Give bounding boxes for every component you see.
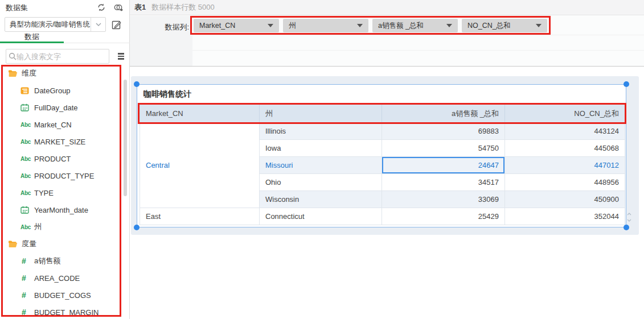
bi-app-window: 数据集 典型功能演示/咖啡销售统 数据	[0, 0, 644, 319]
refresh-icon[interactable]	[96, 2, 106, 13]
main-area: 表1 数据样本行数 5000 数据列: Market_CN 州 a销售额 _总和…	[130, 0, 644, 319]
column-dropdown-sales-sum[interactable]: a销售额 _总和	[372, 19, 458, 32]
column-dropdown-no-cn-sum[interactable]: NO_CN_总和	[462, 19, 547, 32]
header-cell-no-cn-sum[interactable]: NO_CN_总和	[505, 105, 625, 123]
calendar-icon	[20, 103, 32, 112]
group-field-icon	[20, 86, 32, 95]
cell-records[interactable]: 352044	[505, 208, 625, 225]
cell-market-east[interactable]: East	[140, 208, 260, 225]
tree-item-a-sales[interactable]: # a销售额	[0, 252, 122, 270]
cell-records[interactable]: 450900	[505, 191, 625, 208]
dropdown-arrow-icon	[357, 24, 363, 27]
text-field-icon: Abc	[20, 188, 32, 197]
tree-item-budget-margin[interactable]: # BUDGET_MARGIN	[0, 304, 122, 319]
header-cell-state[interactable]: 州	[260, 105, 382, 123]
calendar-icon	[20, 205, 32, 214]
tree-item-label: YearMonth_date	[34, 206, 88, 214]
cell-market-central[interactable]: Central	[140, 123, 260, 208]
cell-state[interactable]: Illinois	[260, 123, 382, 140]
tree-item-label: 州	[34, 222, 42, 232]
cell-records[interactable]: 445068	[505, 140, 625, 157]
header-cell-sales-sum[interactable]: a销售额 _总和	[382, 105, 505, 123]
dropdown-arrow-icon	[268, 24, 273, 27]
search-icon	[9, 51, 17, 61]
cell-sales[interactable]: 25429	[382, 208, 505, 225]
table-scroll-icon[interactable]	[626, 210, 633, 224]
sidebar-toolbar	[96, 2, 124, 13]
tree-item-area-code[interactable]: # AREA_CODE	[0, 270, 122, 287]
folder-open-icon	[8, 69, 19, 78]
tree-item-budget-cogs[interactable]: # BUDGET_COGS	[0, 287, 122, 304]
resize-handle-bottom-left[interactable]	[134, 225, 140, 230]
tree-item-label: PRODUCT_TYPE	[34, 172, 94, 180]
selected-cell-sales[interactable]: 24647	[382, 157, 505, 174]
cell-sales[interactable]: 34517	[382, 174, 505, 191]
field-search-box	[6, 49, 109, 64]
table-row: Central Illinois 69883 443124	[140, 123, 625, 140]
dataset-select-value: 典型功能演示/咖啡销售统	[5, 20, 91, 30]
tree-item-state[interactable]: Abc 州	[0, 218, 122, 235]
text-field-icon: Abc	[20, 222, 32, 231]
column-dropdown-market-cn[interactable]: Market_CN	[194, 19, 279, 32]
cell-state[interactable]: Ohio	[260, 174, 382, 191]
tree-folder-measures[interactable]: 度量	[0, 235, 122, 252]
dataset-sidebar: 数据集 典型功能演示/咖啡销售统 数据	[0, 0, 130, 319]
tree-item-label: PRODUCT	[34, 155, 71, 163]
tab-active-underline	[0, 42, 64, 43]
edit-dataset-icon[interactable]	[109, 18, 123, 31]
tree-item-dategroup[interactable]: DateGroup	[0, 82, 122, 99]
table-header-row: Market_CN 州 a销售额 _总和 NO_CN_总和	[140, 105, 625, 123]
tree-item-label: a销售额	[34, 256, 60, 266]
tree-item-fullday-date[interactable]: FullDay_date	[0, 99, 122, 116]
number-field-icon: #	[20, 274, 32, 283]
header-cell-market-cn[interactable]: Market_CN	[140, 105, 260, 123]
tree-item-product-type[interactable]: Abc PRODUCT_TYPE	[0, 167, 122, 184]
tree-folder-dimensions[interactable]: 维度	[0, 65, 122, 82]
tree-item-market-size[interactable]: Abc MARKET_SIZE	[0, 133, 122, 150]
number-field-icon: #	[20, 291, 32, 300]
resize-handle-bottom-right[interactable]	[624, 225, 629, 230]
field-tree: 维度 DateGroup FullDay_date Abc Market_CN …	[0, 65, 122, 319]
table-topbar: 表1 数据样本行数 5000	[130, 0, 644, 15]
table-row: East Connecticut 25429 352044	[140, 208, 625, 225]
switch-dataset-icon[interactable]	[113, 2, 124, 13]
cell-records[interactable]: 447012	[505, 157, 625, 174]
dataset-panel-title: 数据集	[6, 3, 28, 13]
tree-item-label: TYPE	[34, 189, 54, 197]
sample-row-count: 数据样本行数 5000	[151, 2, 215, 13]
tree-folder-label: 维度	[22, 68, 36, 78]
chevron-down-icon	[91, 18, 105, 31]
config-divider	[192, 35, 644, 35]
resize-handle-top-left[interactable]	[134, 81, 140, 87]
number-field-icon: #	[20, 308, 32, 317]
column-dropdown-state[interactable]: 州	[283, 19, 368, 32]
tree-item-market-cn[interactable]: Abc Market_CN	[0, 116, 122, 133]
cell-records[interactable]: 443124	[505, 123, 625, 140]
cell-state[interactable]: Wisconsin	[260, 191, 382, 208]
cell-records[interactable]: 448956	[505, 174, 625, 191]
cell-sales[interactable]: 69883	[382, 123, 505, 140]
cell-sales[interactable]: 54750	[382, 140, 505, 157]
tree-item-product[interactable]: Abc PRODUCT	[0, 150, 122, 167]
tree-item-label: BUDGET_MARGIN	[34, 308, 99, 317]
search-input[interactable]	[17, 52, 117, 61]
cell-state[interactable]: Iowa	[260, 140, 382, 157]
cell-state[interactable]: Connecticut	[260, 208, 382, 225]
tree-folder-label: 度量	[22, 239, 36, 249]
resize-handle-top-right[interactable]	[624, 81, 629, 87]
widget-title: 咖啡销售统计	[143, 89, 191, 100]
cell-state-missouri[interactable]: Missouri	[260, 157, 382, 174]
cell-sales[interactable]: 33069	[382, 191, 505, 208]
tree-item-label: MARKET_SIZE	[34, 138, 85, 146]
folder-open-icon	[8, 239, 19, 248]
tree-item-label: DateGroup	[34, 86, 71, 95]
tree-item-yearmonth-date[interactable]: YearMonth_date	[0, 201, 122, 218]
tree-item-label: FullDay_date	[34, 103, 78, 112]
dropdown-arrow-icon	[446, 24, 452, 27]
sidebar-scrollbar[interactable]	[124, 80, 127, 196]
tree-item-type[interactable]: Abc TYPE	[0, 184, 122, 201]
config-divider	[192, 50, 644, 51]
field-list-options-icon[interactable]	[116, 51, 126, 61]
coffee-sales-table: Market_CN 州 a销售额 _总和 NO_CN_总和 Central Il…	[140, 104, 625, 225]
dataset-select[interactable]: 典型功能演示/咖啡销售统	[5, 17, 106, 32]
